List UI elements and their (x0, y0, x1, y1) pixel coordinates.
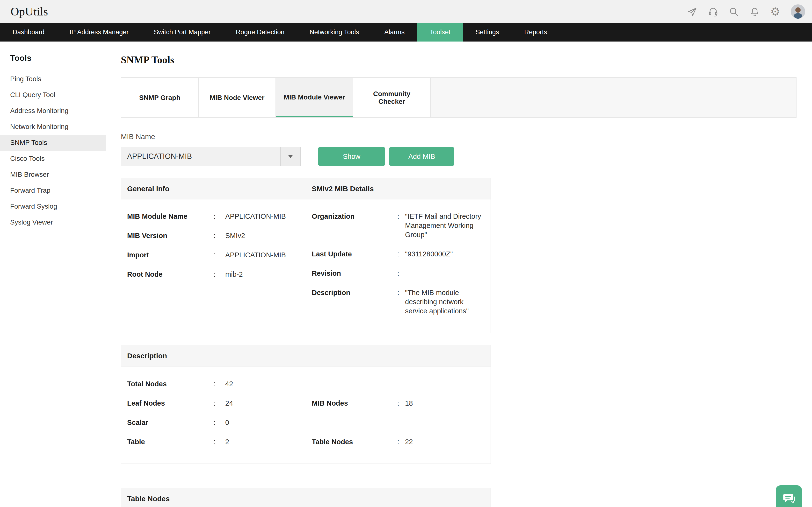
desc-row-scalar: Scalar0 (127, 418, 485, 427)
colon-separator (397, 249, 405, 259)
smiv2-details-column: Organization"IETF Mail and Directory Man… (312, 212, 485, 326)
field-value: 42 (225, 380, 233, 389)
field-label: Total Nodes (127, 380, 214, 389)
field-value: SMIv2 (225, 231, 245, 240)
add-mib-button[interactable]: Add MIB (389, 147, 454, 166)
oputils-logo: OpUtils (11, 5, 48, 18)
field-label: Description (312, 288, 397, 316)
general-info-column: MIB Module NameAPPLICATION-MIB MIB Versi… (127, 212, 312, 326)
field-label: Leaf Nodes (127, 399, 214, 408)
mib-form-row: APPLICATION-MIB Show Add MIB (121, 147, 797, 166)
nav-tab-ip-address-manager[interactable]: IP Address Manager (57, 23, 141, 42)
page-title: SNMP Tools (121, 53, 797, 67)
description-panel-header: Description (121, 345, 491, 367)
sidebar-item-cli-query-tool[interactable]: CLI Query Tool (0, 87, 106, 103)
table-nodes-title: Table Nodes (127, 495, 170, 503)
notifications-bell-icon[interactable] (749, 6, 760, 17)
desc-row-leaf-mib-nodes: Leaf Nodes24 MIB Nodes18 (127, 399, 485, 408)
desc-row-table-nodes: Table2 Table Nodes22 (127, 438, 485, 447)
colon-separator (214, 380, 225, 389)
description-title: Description (127, 351, 167, 360)
sidebar-item-syslog-viewer[interactable]: Syslog Viewer (0, 214, 106, 230)
tools-sidebar: Tools Ping Tools CLI Query Tool Address … (0, 42, 106, 507)
info-row-root-node: Root Nodemib-2 (127, 270, 312, 279)
sidebar-item-forward-syslog[interactable]: Forward Syslog (0, 199, 106, 214)
colon-separator (214, 418, 225, 427)
field-value: "9311280000Z" (405, 249, 453, 259)
field-value: "IETF Mail and Directory Management Work… (405, 212, 485, 239)
nav-tab-alarms[interactable]: Alarms (372, 23, 417, 42)
tab-community-checker[interactable]: Community Checker (353, 78, 430, 117)
chat-support-button[interactable] (776, 485, 802, 507)
general-info-panel-header: General Info SMIv2 MIB Details (121, 178, 491, 200)
send-icon[interactable] (687, 6, 698, 17)
nav-tab-reports[interactable]: Reports (512, 23, 560, 42)
topbar-icon-group: ⚙ (687, 4, 812, 19)
colon-separator (214, 231, 225, 240)
field-label: Table (127, 438, 214, 447)
sidebar-item-snmp-tools[interactable]: SNMP Tools (0, 135, 106, 151)
field-value: 18 (405, 399, 413, 408)
show-button[interactable]: Show (318, 147, 385, 166)
colon-separator (214, 399, 225, 408)
snmp-tools-tabstrip: SNMP Graph MIB Node Viewer MIB Module Vi… (121, 77, 797, 118)
colon-separator (214, 212, 225, 221)
support-headset-icon[interactable] (708, 6, 718, 17)
field-label: Import (127, 250, 214, 260)
field-label: Table Nodes (312, 438, 397, 447)
mib-name-select[interactable]: APPLICATION-MIB (121, 147, 301, 166)
tab-mib-node-viewer[interactable]: MIB Node Viewer (199, 78, 276, 117)
field-label: Root Node (127, 270, 214, 279)
sidebar-item-ping-tools[interactable]: Ping Tools (0, 71, 106, 87)
desc-row-total-nodes: Total Nodes42 (127, 380, 485, 389)
info-row-mib-version: MIB VersionSMIv2 (127, 231, 312, 240)
top-header-bar: OpUtils ⚙ (0, 0, 812, 23)
info-row-revision: Revision (312, 269, 485, 278)
colon-separator (397, 288, 405, 316)
nav-tab-switch-port-mapper[interactable]: Switch Port Mapper (141, 23, 223, 42)
settings-gear-icon[interactable]: ⚙ (770, 6, 780, 17)
field-value: mib-2 (225, 270, 243, 279)
colon-separator (214, 270, 225, 279)
nav-tab-settings[interactable]: Settings (463, 23, 512, 42)
oputils-app: OpUtils ⚙ (0, 0, 812, 507)
mib-name-selected-value: APPLICATION-MIB (121, 147, 280, 166)
table-nodes-panel-header: Table Nodes (121, 488, 491, 507)
nav-tab-dashboard[interactable]: Dashboard (0, 23, 57, 42)
field-value: 24 (225, 399, 233, 408)
field-label: Organization (312, 212, 397, 239)
sidebar-item-network-monitoring[interactable]: Network Monitoring (0, 119, 106, 135)
info-row-import: ImportAPPLICATION-MIB (127, 250, 312, 260)
nav-tab-rogue-detection[interactable]: Rogue Detection (223, 23, 297, 42)
colon-separator (397, 269, 405, 278)
sidebar-item-address-monitoring[interactable]: Address Monitoring (0, 103, 106, 119)
description-panel: Description Total Nodes42 Leaf Nodes24 M… (121, 345, 491, 464)
info-row-description: Description"The MIB module describing ne… (312, 288, 485, 316)
general-info-panel: General Info SMIv2 MIB Details MIB Modul… (121, 178, 491, 333)
mib-name-label: MIB Name (121, 132, 797, 140)
sidebar-item-mib-browser[interactable]: MIB Browser (0, 167, 106, 182)
colon-separator (397, 212, 405, 239)
colon-separator (214, 438, 225, 447)
info-row-last-update: Last Update"9311280000Z" (312, 249, 485, 259)
field-value: APPLICATION-MIB (225, 212, 286, 221)
main-content: SNMP Tools SNMP Graph MIB Node Viewer MI… (106, 42, 812, 507)
tab-mib-module-viewer[interactable]: MIB Module Viewer (276, 78, 353, 117)
search-icon[interactable] (728, 6, 739, 17)
sidebar-title: Tools (0, 42, 106, 71)
nav-tab-toolset[interactable]: Toolset (417, 23, 463, 42)
user-avatar[interactable] (791, 4, 805, 19)
sidebar-item-forward-trap[interactable]: Forward Trap (0, 182, 106, 199)
primary-nav: Dashboard IP Address Manager Switch Port… (0, 23, 812, 42)
field-value: APPLICATION-MIB (225, 250, 286, 260)
chevron-down-icon[interactable] (280, 147, 300, 166)
field-label: Last Update (312, 249, 397, 259)
field-value: 0 (225, 418, 229, 427)
sidebar-item-cisco-tools[interactable]: Cisco Tools (0, 151, 106, 167)
smiv2-details-title: SMIv2 MIB Details (312, 184, 374, 193)
nav-tab-networking-tools[interactable]: Networking Tools (297, 23, 372, 42)
colon-separator (397, 438, 405, 447)
general-info-title: General Info (127, 184, 312, 193)
tab-snmp-graph[interactable]: SNMP Graph (121, 78, 199, 117)
field-label: MIB Version (127, 231, 214, 240)
